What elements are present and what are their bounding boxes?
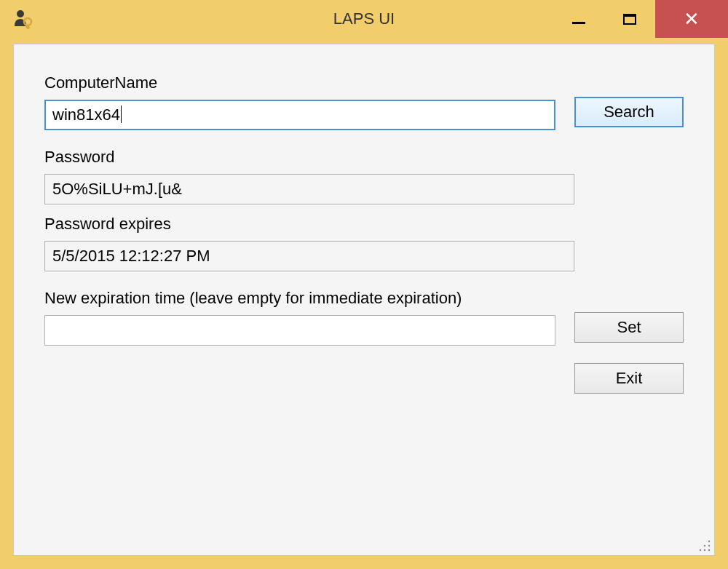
new-expiration-row: New expiration time (leave empty for imm… (44, 289, 684, 346)
exit-button[interactable]: Exit (574, 363, 684, 394)
new-expiration-input[interactable] (44, 315, 555, 346)
app-icon (13, 9, 33, 29)
password-field: 5O%SiLU+mJ.[u& (44, 174, 574, 204)
new-expiration-label: New expiration time (leave empty for imm… (44, 289, 555, 308)
svg-point-4 (708, 545, 710, 546)
svg-point-6 (708, 549, 710, 551)
password-label: Password (44, 148, 574, 167)
window-title: LAPS UI (333, 9, 395, 28)
close-button[interactable]: ✕ (655, 0, 728, 38)
computer-name-value: win81x64 (52, 106, 120, 124)
maximize-button[interactable] (604, 0, 655, 38)
resize-grip[interactable] (698, 539, 711, 552)
exit-row: Exit (44, 363, 684, 394)
expires-label: Password expires (44, 215, 574, 234)
titlebar[interactable]: LAPS UI ✕ (0, 0, 728, 38)
password-group: Password 5O%SiLU+mJ.[u& (44, 148, 574, 204)
svg-point-0 (17, 10, 24, 17)
text-caret (121, 106, 122, 123)
minimize-button[interactable] (553, 0, 604, 38)
password-value: 5O%SiLU+mJ.[u& (52, 180, 182, 199)
computer-name-label: ComputerName (44, 73, 555, 92)
computer-name-input[interactable]: win81x64 (44, 100, 555, 130)
window-controls: ✕ (553, 0, 728, 38)
new-expiration-group: New expiration time (leave empty for imm… (44, 289, 555, 346)
svg-point-3 (708, 541, 710, 542)
svg-point-8 (700, 549, 701, 551)
svg-point-5 (704, 545, 705, 546)
client-area: ComputerName win81x64 Search Password 5O… (13, 44, 715, 556)
svg-point-7 (704, 549, 705, 551)
search-group: Search (574, 73, 684, 127)
expires-group: Password expires 5/5/2015 12:12:27 PM (44, 215, 574, 271)
set-group: Set (574, 289, 684, 343)
expires-value: 5/5/2015 12:12:27 PM (52, 247, 210, 266)
app-window: LAPS UI ✕ ComputerName win81x64 Search (0, 0, 728, 569)
minimize-icon (572, 22, 585, 24)
search-button[interactable]: Search (574, 97, 684, 127)
expires-field: 5/5/2015 12:12:27 PM (44, 241, 574, 271)
computer-name-row: ComputerName win81x64 Search (44, 73, 684, 130)
close-icon: ✕ (684, 9, 700, 28)
maximize-icon (623, 14, 636, 25)
computer-name-group: ComputerName win81x64 (44, 73, 555, 130)
set-button[interactable]: Set (574, 312, 684, 343)
